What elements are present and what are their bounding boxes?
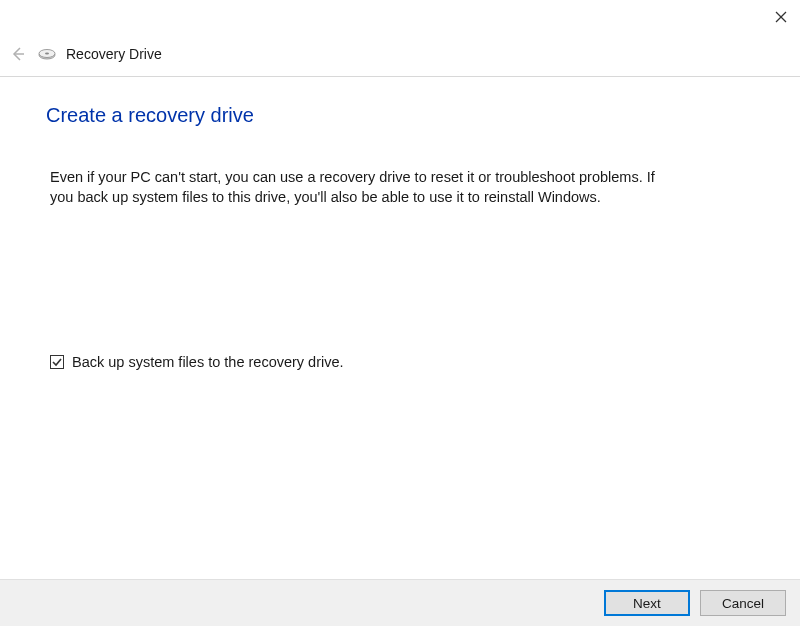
footer-bar: Next Cancel bbox=[0, 580, 800, 626]
backup-checkbox-row: Back up system files to the recovery dri… bbox=[50, 354, 344, 370]
backup-checkbox[interactable] bbox=[50, 355, 64, 369]
backup-checkbox-label[interactable]: Back up system files to the recovery dri… bbox=[72, 354, 344, 370]
next-button[interactable]: Next bbox=[604, 590, 690, 616]
window-title: Recovery Drive bbox=[66, 46, 162, 62]
cancel-button[interactable]: Cancel bbox=[700, 590, 786, 616]
titlebar: Recovery Drive bbox=[8, 44, 162, 64]
arrow-left-icon bbox=[10, 46, 26, 62]
back-button[interactable] bbox=[8, 44, 28, 64]
page-heading: Create a recovery drive bbox=[46, 104, 254, 127]
drive-icon bbox=[38, 47, 56, 61]
header-divider bbox=[0, 76, 800, 77]
close-icon bbox=[775, 11, 787, 23]
close-button[interactable] bbox=[772, 8, 790, 26]
checkmark-icon bbox=[51, 356, 63, 368]
page-description: Even if your PC can't start, you can use… bbox=[50, 168, 670, 207]
svg-point-5 bbox=[45, 53, 49, 55]
